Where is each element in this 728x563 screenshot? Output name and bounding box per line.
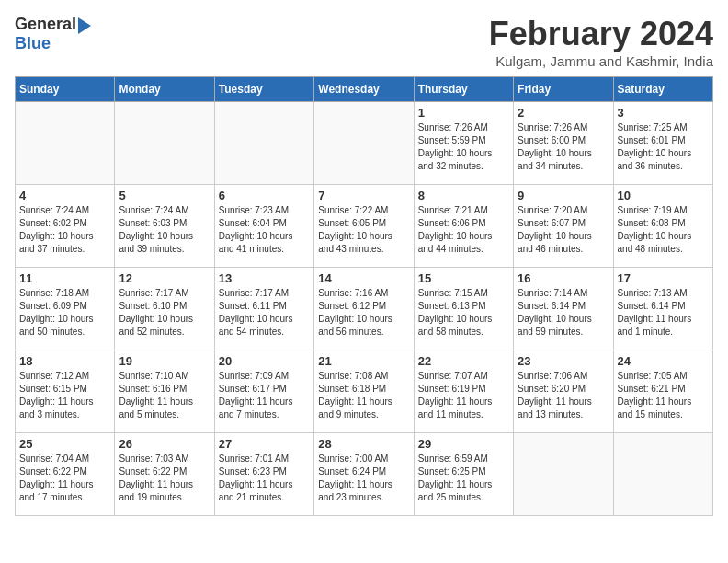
cell-sunrise: Sunrise: 7:24 AM [119, 204, 210, 217]
cell-daylight: Daylight: 11 hours and 25 minutes. [418, 478, 509, 504]
cell-daylight: Daylight: 10 hours and 43 minutes. [318, 230, 409, 256]
cell-sunrise: Sunrise: 7:18 AM [19, 287, 110, 300]
calendar-week-row: 25 Sunrise: 7:04 AM Sunset: 6:22 PM Dayl… [16, 433, 713, 516]
day-number: 13 [219, 271, 310, 285]
cell-sunset: Sunset: 6:25 PM [418, 465, 509, 478]
cell-sunset: Sunset: 6:05 PM [318, 217, 409, 230]
day-number: 23 [518, 354, 609, 368]
calendar-cell: 12 Sunrise: 7:17 AM Sunset: 6:10 PM Dayl… [115, 268, 214, 350]
cell-sunrise: Sunrise: 7:17 AM [119, 287, 210, 300]
weekday-header: Wednesday [314, 77, 414, 102]
day-number: 29 [418, 437, 509, 451]
cell-daylight: Daylight: 11 hours and 23 minutes. [318, 478, 409, 504]
calendar-header: SundayMondayTuesdayWednesdayThursdayFrid… [16, 77, 713, 102]
title-area: February 2024 Kulgam, Jammu and Kashmir,… [489, 15, 713, 69]
calendar-cell: 11 Sunrise: 7:18 AM Sunset: 6:09 PM Dayl… [16, 268, 115, 350]
calendar-cell [214, 102, 313, 185]
logo: General Blue [15, 15, 91, 53]
cell-daylight: Daylight: 11 hours and 9 minutes. [318, 396, 409, 421]
cell-sunset: Sunset: 6:15 PM [19, 383, 110, 396]
cell-daylight: Daylight: 11 hours and 11 minutes. [418, 396, 509, 421]
calendar-cell: 9 Sunrise: 7:20 AM Sunset: 6:07 PM Dayli… [514, 185, 613, 268]
cell-sunset: Sunset: 5:59 PM [418, 134, 509, 147]
weekday-header: Tuesday [214, 77, 313, 102]
calendar-cell: 19 Sunrise: 7:10 AM Sunset: 6:16 PM Dayl… [115, 350, 214, 433]
cell-daylight: Daylight: 10 hours and 54 minutes. [219, 313, 310, 339]
day-number: 5 [119, 189, 210, 202]
cell-sunrise: Sunrise: 7:20 AM [518, 204, 609, 217]
cell-sunrise: Sunrise: 7:03 AM [119, 453, 210, 465]
cell-daylight: Daylight: 11 hours and 19 minutes. [119, 478, 210, 504]
day-number: 10 [618, 189, 709, 202]
cell-sunset: Sunset: 6:16 PM [119, 383, 210, 396]
cell-daylight: Daylight: 10 hours and 58 minutes. [418, 313, 509, 339]
day-number: 27 [219, 437, 310, 451]
day-number: 20 [219, 354, 310, 368]
cell-daylight: Daylight: 10 hours and 32 minutes. [418, 147, 509, 173]
day-number: 2 [518, 106, 609, 120]
cell-sunrise: Sunrise: 7:06 AM [518, 370, 609, 383]
cell-sunset: Sunset: 6:17 PM [219, 383, 310, 396]
calendar-cell: 22 Sunrise: 7:07 AM Sunset: 6:19 PM Dayl… [414, 350, 513, 433]
calendar-cell: 15 Sunrise: 7:15 AM Sunset: 6:13 PM Dayl… [414, 268, 513, 350]
calendar-cell: 24 Sunrise: 7:05 AM Sunset: 6:21 PM Dayl… [613, 350, 712, 433]
calendar-cell: 14 Sunrise: 7:16 AM Sunset: 6:12 PM Dayl… [314, 268, 414, 350]
cell-daylight: Daylight: 10 hours and 56 minutes. [318, 313, 409, 339]
day-number: 22 [418, 354, 509, 368]
cell-sunset: Sunset: 6:07 PM [518, 217, 609, 230]
cell-sunrise: Sunrise: 7:21 AM [418, 204, 509, 217]
day-number: 8 [418, 189, 509, 202]
cell-daylight: Daylight: 10 hours and 50 minutes. [19, 313, 110, 339]
calendar-week-row: 1 Sunrise: 7:26 AM Sunset: 5:59 PM Dayli… [16, 102, 713, 185]
cell-sunset: Sunset: 6:01 PM [618, 134, 709, 147]
calendar-cell [16, 102, 115, 185]
calendar-cell: 26 Sunrise: 7:03 AM Sunset: 6:22 PM Dayl… [115, 433, 214, 516]
calendar-cell: 28 Sunrise: 7:00 AM Sunset: 6:24 PM Dayl… [314, 433, 414, 516]
calendar-cell: 2 Sunrise: 7:26 AM Sunset: 6:00 PM Dayli… [514, 102, 613, 185]
month-title: February 2024 [489, 15, 713, 53]
cell-sunset: Sunset: 6:08 PM [618, 217, 709, 230]
cell-sunrise: Sunrise: 7:19 AM [618, 204, 709, 217]
calendar-table: SundayMondayTuesdayWednesdayThursdayFrid… [15, 76, 713, 516]
cell-sunrise: Sunrise: 7:16 AM [318, 287, 409, 300]
cell-sunset: Sunset: 6:10 PM [119, 300, 210, 313]
cell-sunrise: Sunrise: 7:15 AM [418, 287, 509, 300]
cell-sunrise: Sunrise: 7:05 AM [618, 370, 709, 383]
cell-sunrise: Sunrise: 7:13 AM [618, 287, 709, 300]
day-number: 4 [19, 189, 110, 202]
calendar-cell: 5 Sunrise: 7:24 AM Sunset: 6:03 PM Dayli… [115, 185, 214, 268]
weekday-header: Saturday [613, 77, 712, 102]
day-number: 11 [19, 271, 110, 285]
cell-sunset: Sunset: 6:02 PM [19, 217, 110, 230]
cell-sunrise: Sunrise: 7:00 AM [318, 453, 409, 465]
day-number: 15 [418, 271, 509, 285]
cell-daylight: Daylight: 10 hours and 46 minutes. [518, 230, 609, 256]
cell-sunrise: Sunrise: 7:23 AM [219, 204, 310, 217]
logo-icon [78, 17, 91, 34]
weekday-header: Monday [115, 77, 214, 102]
calendar-cell: 1 Sunrise: 7:26 AM Sunset: 5:59 PM Dayli… [414, 102, 513, 185]
cell-sunset: Sunset: 6:22 PM [119, 465, 210, 478]
cell-sunrise: Sunrise: 6:59 AM [418, 453, 509, 465]
calendar-cell: 6 Sunrise: 7:23 AM Sunset: 6:04 PM Dayli… [214, 185, 313, 268]
calendar-cell: 23 Sunrise: 7:06 AM Sunset: 6:20 PM Dayl… [514, 350, 613, 433]
calendar-cell [115, 102, 214, 185]
calendar-cell: 8 Sunrise: 7:21 AM Sunset: 6:06 PM Dayli… [414, 185, 513, 268]
cell-sunset: Sunset: 6:19 PM [418, 383, 509, 396]
location-title: Kulgam, Jammu and Kashmir, India [489, 53, 713, 69]
cell-daylight: Daylight: 11 hours and 15 minutes. [618, 396, 709, 421]
calendar-cell: 27 Sunrise: 7:01 AM Sunset: 6:23 PM Dayl… [214, 433, 313, 516]
cell-sunrise: Sunrise: 7:17 AM [219, 287, 310, 300]
cell-sunrise: Sunrise: 7:24 AM [19, 204, 110, 217]
cell-sunset: Sunset: 6:00 PM [518, 134, 609, 147]
calendar-cell [314, 102, 414, 185]
weekday-header: Sunday [16, 77, 115, 102]
cell-sunset: Sunset: 6:21 PM [618, 383, 709, 396]
cell-sunrise: Sunrise: 7:09 AM [219, 370, 310, 383]
cell-daylight: Daylight: 11 hours and 17 minutes. [19, 478, 110, 504]
cell-daylight: Daylight: 10 hours and 34 minutes. [518, 147, 609, 173]
cell-daylight: Daylight: 11 hours and 5 minutes. [119, 396, 210, 421]
cell-daylight: Daylight: 11 hours and 3 minutes. [19, 396, 110, 421]
cell-daylight: Daylight: 10 hours and 39 minutes. [119, 230, 210, 256]
day-number: 24 [618, 354, 709, 368]
